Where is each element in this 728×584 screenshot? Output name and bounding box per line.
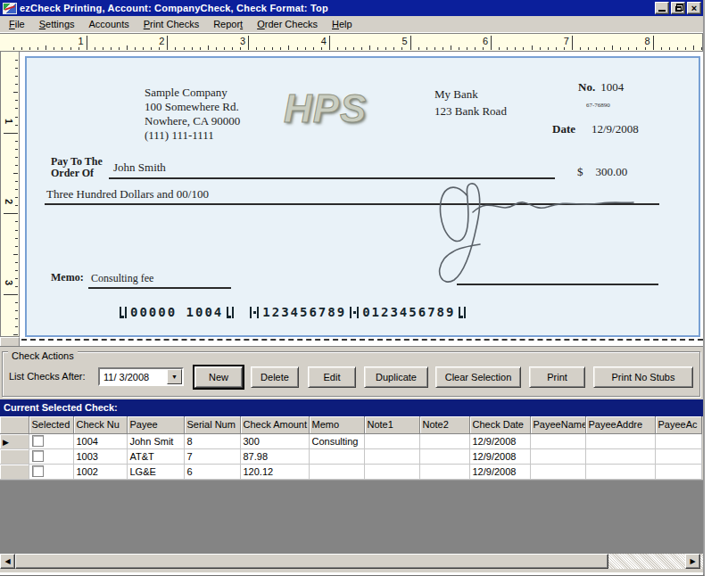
cell-note2[interactable]	[419, 433, 469, 448]
cell-serial-num[interactable]: 8	[184, 433, 240, 448]
cell-check-date[interactable]: 12/9/2008	[469, 448, 530, 464]
cell-payeename[interactable]	[530, 448, 585, 464]
selected-cell[interactable]	[29, 464, 73, 479]
bank-address: 123 Bank Road	[434, 103, 507, 119]
col-header-note1[interactable]: Note1	[364, 416, 419, 433]
row-selector[interactable]: ▶	[0, 433, 29, 448]
menu-item-accounts[interactable]: Accounts	[82, 17, 136, 31]
delete-button[interactable]: Delete	[251, 366, 299, 388]
row-checkbox[interactable]	[32, 465, 44, 477]
company-address1: 100 Somewhere Rd.	[145, 100, 240, 114]
cell-payeeac[interactable]	[655, 464, 701, 479]
grid-caption: Current Selected Check:	[0, 399, 703, 416]
date-combo-value: 11/ 3/2008	[100, 372, 167, 382]
new-button[interactable]: New	[194, 366, 243, 388]
company-phone: (111) 111-1111	[145, 128, 240, 143]
amount-words: Three Hundred Dollars and 00/100	[46, 187, 209, 202]
selected-cell[interactable]	[29, 433, 73, 448]
minimize-button[interactable]	[655, 2, 669, 14]
row-checkbox[interactable]	[32, 435, 44, 447]
duplicate-button[interactable]: Duplicate	[364, 366, 428, 388]
scrollbar-thumb[interactable]	[15, 554, 608, 569]
micr-account: 0123456789	[362, 305, 455, 319]
table-row[interactable]: ▶1004John Smit8300Consulting12/9/2008	[0, 433, 701, 448]
menu-item-report[interactable]: Report	[206, 17, 250, 31]
print-no-stubs-button[interactable]: Print No Stubs	[593, 366, 693, 388]
selected-cell[interactable]	[29, 448, 73, 464]
cell-check-nu[interactable]: 1002	[73, 464, 127, 479]
row-selector[interactable]	[0, 448, 29, 464]
memo-underline	[88, 287, 231, 289]
menu-item-file[interactable]: File	[2, 17, 32, 31]
signature-scribble	[426, 177, 641, 291]
cell-serial-num[interactable]: 7	[184, 448, 240, 464]
cell-check-date[interactable]: 12/9/2008	[469, 464, 530, 479]
cell-check-nu[interactable]: 1003	[73, 448, 127, 464]
cell-memo[interactable]: Consulting	[309, 433, 364, 448]
print-button[interactable]: Print	[529, 366, 585, 388]
arrow-right-icon: ▶	[690, 557, 695, 565]
combo-dropdown-button[interactable]: ▼	[167, 369, 182, 384]
menu-item-help[interactable]: Help	[325, 17, 360, 31]
cell-payeeac[interactable]	[655, 448, 701, 464]
list-checks-after-datepicker[interactable]: 11/ 3/2008 ▼	[98, 367, 184, 386]
micr-onus-icon	[459, 307, 466, 318]
menu-item-print-checks[interactable]: Print Checks	[136, 17, 206, 31]
col-header-serial-num[interactable]: Serial Num	[184, 416, 240, 433]
cell-payeeaddre[interactable]	[585, 448, 655, 464]
micr-routing: 123456789	[262, 305, 346, 319]
cell-payeeaddre[interactable]	[585, 464, 655, 479]
horizontal-scrollbar[interactable]: ◀ ▶	[0, 554, 703, 569]
menu-item-settings[interactable]: Settings	[32, 17, 82, 31]
company-logo: HPS	[284, 86, 367, 131]
check-preview: Sample Company 100 Somewhere Rd. Nowhere…	[25, 56, 700, 337]
cell-payeename[interactable]	[530, 464, 585, 479]
col-header-check-nu[interactable]: Check Nu	[73, 416, 127, 433]
table-row[interactable]: 1002LG&E6120.1212/9/2008	[0, 464, 701, 479]
cell-check-amount[interactable]: 120.12	[240, 464, 309, 479]
cell-payee[interactable]: LG&E	[127, 464, 184, 479]
cell-check-nu[interactable]: 1004	[73, 433, 127, 448]
edit-button[interactable]: Edit	[308, 366, 356, 388]
cell-payeeaddre[interactable]	[585, 433, 655, 448]
col-header-selected[interactable]: Selected	[29, 416, 73, 433]
col-header-payeename[interactable]: PayeeName	[530, 416, 585, 433]
title-bar[interactable]: ezCheck Printing, Account: CompanyCheck,…	[0, 0, 703, 16]
col-header-check-date[interactable]: Check Date	[469, 416, 530, 433]
scroll-left-button[interactable]: ◀	[0, 554, 15, 569]
cell-payee[interactable]: John Smit	[127, 433, 184, 448]
cell-note1[interactable]	[364, 448, 419, 464]
menu-item-order-checks[interactable]: Order Checks	[250, 17, 325, 31]
check-number: 1004	[600, 80, 624, 94]
cell-check-amount[interactable]: 87.98	[240, 448, 309, 464]
cell-memo[interactable]	[309, 448, 364, 464]
table-row[interactable]: 1003AT&T787.9812/9/2008	[0, 448, 701, 464]
row-selector[interactable]	[0, 464, 29, 479]
ruler-vertical: 123	[0, 52, 20, 337]
cell-serial-num[interactable]: 6	[184, 464, 240, 479]
col-header-payeeaddre[interactable]: PayeeAddre	[585, 416, 655, 433]
col-header-memo[interactable]: Memo	[309, 416, 364, 433]
col-header-check-amount[interactable]: Check Amount	[240, 416, 309, 433]
restore-icon	[675, 6, 682, 12]
clear-selection-button[interactable]: Clear Selection	[435, 366, 521, 388]
cell-memo[interactable]	[309, 464, 364, 479]
cell-note2[interactable]	[419, 448, 469, 464]
cell-payeeac[interactable]	[655, 433, 701, 448]
cell-note2[interactable]	[419, 464, 469, 479]
col-header-payeeac[interactable]: PayeeAc	[655, 416, 701, 433]
col-header-payee[interactable]: Payee	[127, 416, 184, 433]
cell-check-amount[interactable]: 300	[240, 433, 309, 448]
close-button[interactable]: ×	[687, 2, 701, 14]
scroll-right-button[interactable]: ▶	[685, 554, 700, 569]
row-checkbox[interactable]	[32, 450, 44, 462]
cell-check-date[interactable]: 12/9/2008	[469, 433, 530, 448]
cell-note1[interactable]	[364, 433, 419, 448]
payee-name: John Smith	[113, 160, 166, 175]
cell-payeename[interactable]	[530, 433, 585, 448]
window-bottom-edge	[0, 572, 703, 575]
cell-payee[interactable]: AT&T	[127, 448, 184, 464]
col-header-note2[interactable]: Note2	[419, 416, 469, 433]
cell-note1[interactable]	[364, 464, 419, 479]
restore-button[interactable]	[671, 2, 685, 14]
